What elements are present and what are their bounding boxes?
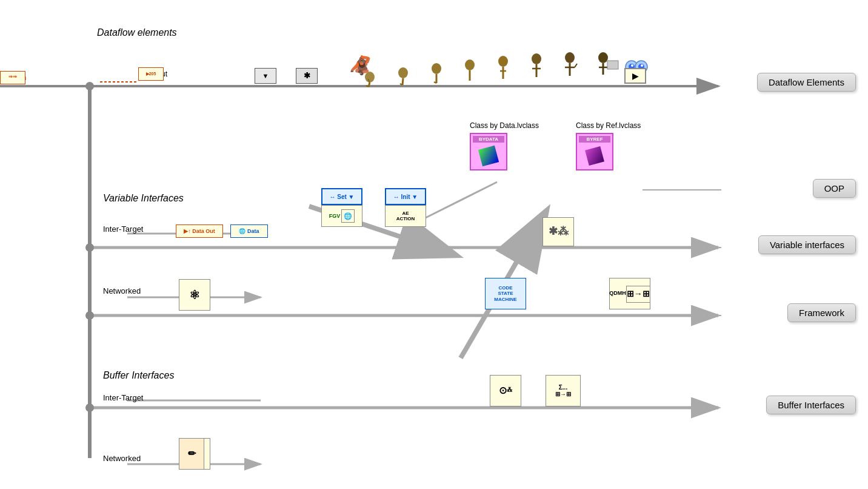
inter-target-label-2: Inter-Target (103, 393, 143, 402)
svg-line-41 (575, 64, 577, 67)
svg-point-32 (498, 56, 508, 67)
svg-point-27 (432, 63, 441, 74)
data-in-icon: ⇒⇒ (0, 71, 25, 84)
dataflow-elements-label: Dataflow elements (97, 27, 177, 38)
networked-label-1: Networked (103, 286, 141, 295)
data-out-top-icon: ▶205 (138, 67, 164, 81)
class-by-data-group: Class by Data.lvclass BYDATA (470, 121, 539, 170)
play-button-icon: ▶ (624, 68, 646, 84)
dot-framework (85, 311, 94, 320)
buffer-interfaces-label: Buffer Interfaces (103, 370, 174, 381)
svg-point-35 (532, 53, 541, 64)
variable-interfaces-label: Variable Interfaces (103, 193, 184, 204)
class-by-data-label: Class by Data.lvclass (470, 121, 539, 130)
dot-dataflow (85, 82, 94, 90)
class-by-data-icon: BYDATA (470, 133, 507, 170)
category-oop[interactable]: OOP (813, 179, 856, 198)
inter-target-label-1: Inter-Target (103, 224, 143, 234)
category-buffer-interfaces[interactable]: Buffer Interfaces (766, 396, 856, 414)
data-in-group: Data In ⇒⇒ (0, 73, 26, 82)
ae-init-group: ↔ Init ▼ AEACTION (385, 188, 426, 227)
svg-point-42 (598, 52, 608, 63)
evolution-strip: 🦧 (346, 33, 649, 88)
svg-point-50 (631, 64, 633, 67)
svg-line-25 (402, 78, 403, 85)
svg-line-14 (424, 182, 497, 218)
class-by-ref-group: Class by Ref.lvclass BYREF (576, 121, 641, 170)
fgv-set-group: ↔ Set ▼ FGV 🌐 (321, 188, 362, 227)
svg-point-30 (465, 59, 475, 70)
dot-variable (85, 243, 94, 252)
networked-label-2: Networked (103, 454, 141, 463)
category-variable-interfaces[interactable]: Variable interfaces (758, 235, 856, 254)
data-out-inter-group: ▶↑ Data Out (176, 224, 223, 238)
category-framework[interactable]: Framework (787, 303, 856, 322)
class-by-ref-label: Class by Ref.lvclass (576, 121, 641, 130)
svg-rect-45 (607, 61, 618, 69)
svg-point-51 (641, 64, 643, 67)
data-out-top-group: ▶205 Data Out (138, 70, 167, 78)
data-inter-group: 🌐 Data (230, 224, 268, 238)
category-dataflow-elements[interactable]: Dataflow Elements (757, 73, 856, 92)
svg-point-38 (565, 52, 575, 63)
svg-point-20 (365, 72, 375, 83)
diagram-container: Dataflow elements Data In ⇒⇒ ▶205 Data O… (0, 0, 868, 489)
dot-buffer (85, 403, 94, 412)
class-by-ref-icon: BYREF (576, 133, 613, 170)
svg-point-24 (398, 67, 408, 78)
wire-dashes (100, 78, 136, 89)
